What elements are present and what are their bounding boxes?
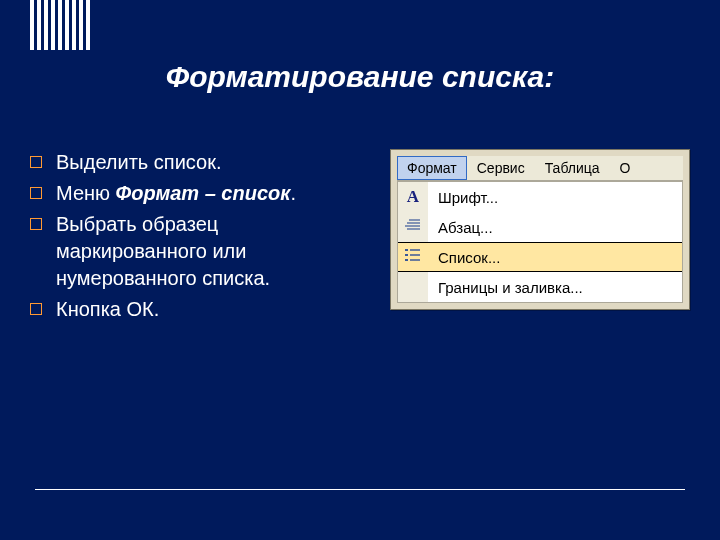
menubar-item-table[interactable]: Таблица xyxy=(535,156,610,180)
bullet-icon xyxy=(30,156,42,168)
list-icon xyxy=(405,248,421,266)
font-icon: A xyxy=(407,187,419,207)
list-item: Выделить список. xyxy=(30,149,365,176)
divider xyxy=(35,489,685,490)
svg-rect-5 xyxy=(405,254,408,256)
bullet-icon xyxy=(30,303,42,315)
menubar-item-window[interactable]: О xyxy=(610,156,641,180)
menu-item-paragraph[interactable]: Абзац... xyxy=(398,212,682,242)
menu-item-borders[interactable]: Границы и заливка... xyxy=(398,272,682,302)
steps-list: Выделить список. Меню Формат – список. В… xyxy=(30,149,365,327)
corner-decoration xyxy=(30,0,90,50)
menubar: Формат Сервис Таблица О xyxy=(397,156,683,181)
bullet-icon xyxy=(30,218,42,230)
svg-rect-4 xyxy=(405,249,408,251)
bullet-icon xyxy=(30,187,42,199)
list-item: Меню Формат – список. xyxy=(30,180,365,207)
format-dropdown: A Шрифт... Абзац... xyxy=(397,181,683,303)
list-item: Выбрать образец маркированного или нумер… xyxy=(30,211,365,292)
menu-item-font[interactable]: A Шрифт... xyxy=(398,182,682,212)
menu-screenshot: Формат Сервис Таблица О A Шрифт... Абзац… xyxy=(390,149,690,310)
menu-item-list[interactable]: Список... xyxy=(398,242,682,272)
menubar-item-service[interactable]: Сервис xyxy=(467,156,535,180)
page-title: Форматирование списка: xyxy=(0,0,720,94)
svg-rect-6 xyxy=(405,259,408,261)
paragraph-icon xyxy=(405,218,421,236)
menubar-item-format[interactable]: Формат xyxy=(397,156,467,180)
list-item: Кнопка ОК. xyxy=(30,296,365,323)
